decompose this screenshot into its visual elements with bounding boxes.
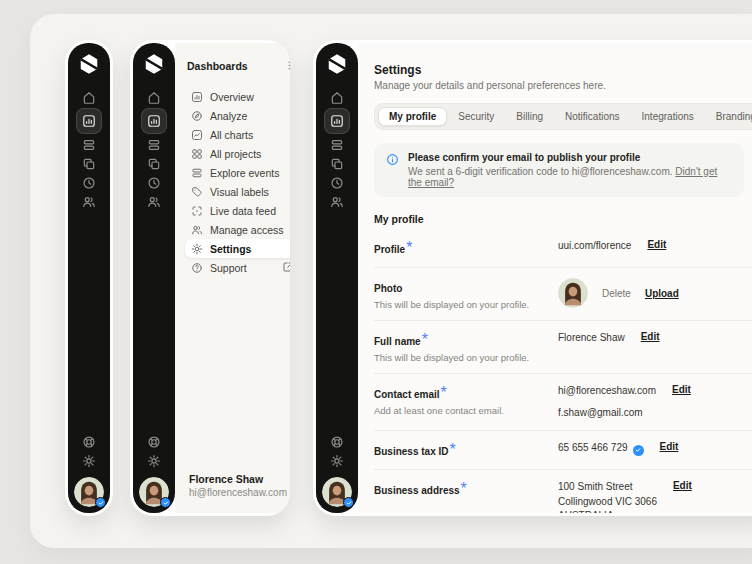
compass-icon — [191, 110, 203, 122]
tab-my-profile[interactable]: My profile — [378, 107, 447, 126]
menu-item-all-charts[interactable]: All charts — [185, 125, 290, 144]
menu-item-manage-access[interactable]: Manage access — [185, 220, 290, 239]
menu-list: Overview Analyze All charts All projects… — [185, 87, 290, 277]
gear-icon[interactable] — [77, 451, 101, 470]
full-name-value: Florence Shaw — [558, 331, 625, 346]
grid-dots-icon[interactable] — [287, 57, 290, 75]
copy-icon[interactable] — [77, 154, 101, 173]
avatar[interactable] — [139, 477, 169, 507]
required-asterisk: * — [441, 384, 447, 401]
copy-icon[interactable] — [325, 154, 349, 173]
sidebar-rail-collapsed-1 — [65, 40, 113, 516]
row-business-address: Business address* 100 Smith StreetCollin… — [374, 469, 752, 513]
row-full-name: Full name*This will be displayed on your… — [374, 320, 752, 373]
email-confirm-banner: Please confirm your email to publish you… — [374, 143, 744, 197]
edit-profile-link[interactable]: Edit — [647, 239, 666, 250]
menu-item-label: Live data feed — [210, 205, 276, 217]
clock-icon[interactable] — [142, 173, 166, 192]
delete-photo-link[interactable]: Delete — [602, 288, 631, 299]
menu-item-label: All projects — [210, 148, 261, 160]
rows-icon — [191, 167, 203, 179]
section-title: My profile — [374, 213, 752, 225]
required-asterisk: * — [449, 441, 455, 458]
users-icon[interactable] — [77, 192, 101, 211]
bar-chart-square-icon[interactable] — [325, 109, 349, 133]
life-buoy-icon[interactable] — [77, 432, 101, 451]
menu-item-explore-events[interactable]: Explore events — [185, 163, 290, 182]
tag-icon — [191, 186, 203, 198]
upload-photo-link[interactable]: Upload — [645, 288, 679, 299]
required-asterisk: * — [406, 239, 412, 256]
row-label: Photo — [374, 283, 402, 294]
clock-icon[interactable] — [325, 173, 349, 192]
menu-item-live-data-feed[interactable]: Live data feed — [185, 201, 290, 220]
row-photo: PhotoThis will be displayed on your prof… — [374, 267, 752, 320]
banner-title: Please confirm your email to publish you… — [408, 152, 732, 163]
scan-icon — [191, 205, 203, 217]
edit-email-link[interactable]: Edit — [672, 384, 691, 395]
clock-icon[interactable] — [77, 173, 101, 192]
settings-tabs: My profile Security Billing Notification… — [374, 103, 752, 130]
info-circle-icon — [386, 153, 399, 166]
avatar[interactable] — [322, 477, 352, 507]
untitled-ui-logo — [77, 52, 101, 76]
tab-branding[interactable]: Branding — [705, 107, 752, 126]
menu-item-overview[interactable]: Overview — [185, 87, 290, 106]
profile-url-value: uui.com/florence — [558, 239, 631, 254]
avatar[interactable] — [74, 477, 104, 507]
row-contact-email: Contact email*Add at least one contact e… — [374, 373, 752, 430]
menu-item-label: Settings — [210, 243, 251, 255]
bar-chart-square-icon[interactable] — [142, 109, 166, 133]
menu-item-support[interactable]: Support — [185, 258, 290, 277]
row-description: This will be displayed on your profile. — [374, 352, 548, 363]
icon-rail — [68, 43, 110, 513]
address-line-3: AUSTRALIA — [558, 509, 657, 513]
rows-icon[interactable] — [142, 135, 166, 154]
users-icon[interactable] — [325, 192, 349, 211]
life-buoy-icon[interactable] — [325, 432, 349, 451]
row-label: Business address — [374, 485, 460, 496]
menu-item-analyze[interactable]: Analyze — [185, 106, 290, 125]
verified-badge-icon — [160, 497, 171, 508]
contact-email-secondary: f.shaw@gmail.com — [558, 406, 656, 421]
untitled-ui-logo — [325, 52, 349, 76]
dots-vertical-icon[interactable] — [287, 473, 290, 491]
verified-badge-icon — [95, 497, 106, 508]
menu-item-settings[interactable]: Settings — [185, 239, 290, 258]
tab-security[interactable]: Security — [447, 107, 505, 126]
menu-item-visual-labels[interactable]: Visual labels — [185, 182, 290, 201]
row-label: Full name — [374, 336, 421, 347]
home-icon[interactable] — [142, 88, 166, 107]
settings-window: Settings Manage your details and persona… — [313, 40, 752, 516]
tab-billing[interactable]: Billing — [505, 107, 554, 126]
icon-rail — [133, 43, 175, 513]
rows-icon[interactable] — [325, 135, 349, 154]
sidebar-expanded: Dashboards Overview Analyze All charts A… — [130, 40, 290, 516]
verified-badge-icon — [343, 497, 354, 508]
home-icon[interactable] — [325, 88, 349, 107]
contact-email-primary: hi@florenceshaw.com — [558, 384, 656, 399]
address-line-2: Collingwood VIC 3066 — [558, 495, 657, 510]
copy-icon[interactable] — [142, 154, 166, 173]
life-buoy-icon[interactable] — [142, 432, 166, 451]
page-title: Settings — [374, 63, 752, 77]
home-icon[interactable] — [77, 88, 101, 107]
user-footer: Florence Shaw hi@florenceshaw.com — [185, 472, 290, 503]
row-business-tax-id: Business tax ID* 65 655 466 729 Edit — [374, 430, 752, 469]
edit-address-link[interactable]: Edit — [673, 480, 692, 491]
tab-integrations[interactable]: Integrations — [631, 107, 705, 126]
edit-name-link[interactable]: Edit — [641, 331, 660, 342]
bar-chart-square-icon[interactable] — [77, 109, 101, 133]
bar-chart-square-icon — [191, 91, 203, 103]
icon-rail — [316, 43, 358, 513]
menu-item-all-projects[interactable]: All projects — [185, 144, 290, 163]
menu-item-label: Overview — [210, 91, 254, 103]
external-link-icon — [282, 261, 290, 275]
edit-tax-id-link[interactable]: Edit — [660, 441, 679, 452]
untitled-ui-logo — [142, 52, 166, 76]
gear-icon[interactable] — [142, 451, 166, 470]
rows-icon[interactable] — [77, 135, 101, 154]
tab-notifications[interactable]: Notifications — [554, 107, 630, 126]
gear-icon[interactable] — [325, 451, 349, 470]
users-icon[interactable] — [142, 192, 166, 211]
